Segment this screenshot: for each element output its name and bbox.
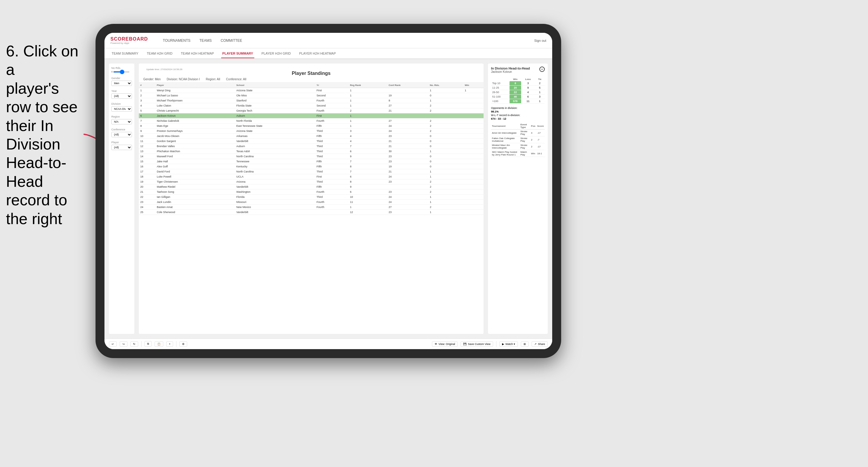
table-row[interactable]: 21 Taehoon Song Washington Fourth 6 23 2 [139, 189, 484, 194]
h2h-grid-row: 11-25 20 9 5 [491, 86, 545, 90]
col-rds: No. Rds. [428, 83, 463, 88]
table-row[interactable]: 6 Jackson Koivun Auburn First 1 [139, 114, 484, 119]
division-select[interactable]: NCAA Division I [111, 106, 132, 112]
table-row[interactable]: 20 Matthew Riedel Vanderbilt Fifth 9 2 [139, 184, 484, 189]
region-select[interactable]: N/A [111, 119, 132, 124]
region-filter: Region N/A [111, 115, 132, 124]
h2h-win-cell: 20 [509, 86, 521, 90]
table-row[interactable]: 1 Wenyi Ding Arizona State First 1 1 1 [139, 88, 484, 93]
cell-win: 1 [463, 88, 484, 93]
subnav-player-h2h-heatmap[interactable]: PLAYER H2H HEATMAP [298, 49, 337, 58]
tournament-row: Amer Ari Intercollegiate Stroke Play 4 -… [491, 129, 545, 136]
cell-conf: 21 [387, 144, 428, 149]
tourn-type: Stroke Play [520, 143, 530, 150]
tourn-pos: 2 [530, 143, 536, 150]
instruction-text: 6. Click on a player's row to see their … [0, 36, 90, 234]
table-row[interactable]: 7 Nicholas Gabrelcik North Florida Fourt… [139, 119, 484, 124]
year-filter: Year (All) [111, 90, 132, 99]
cell-school: North Carolina [235, 154, 315, 159]
redo2-button[interactable]: ↻ [130, 341, 138, 347]
table-row[interactable]: 9 Preston Summerhays Arizona State Third… [139, 129, 484, 134]
cell-player: Tiger Christensen [155, 179, 235, 184]
table-row[interactable]: 17 David Ford North Carolina Third 7 21 … [139, 169, 484, 174]
nav-tournaments[interactable]: TOURNAMENTS [163, 37, 190, 44]
conference-select[interactable]: (All) [111, 132, 132, 137]
settings-button[interactable]: ⚙ [179, 341, 187, 347]
add-button[interactable]: + [166, 341, 173, 347]
save-custom-button[interactable]: 💾 Save Custom View [461, 341, 493, 347]
tournament-row: Mirabel Maui Jim Intercollegiate Stroke … [491, 143, 545, 150]
cell-win [463, 194, 484, 199]
player-select[interactable]: (All) [111, 145, 132, 150]
view-original-button[interactable]: 👁 View: Original [432, 341, 458, 347]
table-row[interactable]: 12 Brendan Valles Auburn Third 7 21 0 [139, 144, 484, 149]
table-row[interactable]: 14 Maxwell Ford North Carolina Third 9 2… [139, 154, 484, 159]
subnav-team-summary[interactable]: TEAM SUMMARY [111, 49, 140, 58]
subnav-team-h2h-grid[interactable]: TEAM H2H GRID [146, 49, 174, 58]
table-row[interactable]: 5 Christo Lamprecht Georgia Tech Fourth … [139, 108, 484, 114]
sub-navigation: TEAM SUMMARY TEAM H2H GRID TEAM H2H HEAT… [104, 48, 552, 59]
table-row[interactable]: 15 Jake Hall Tennessee Fifth 7 23 0 [139, 159, 484, 164]
cell-rank: 22 [139, 194, 155, 199]
cell-yr: Fourth [315, 199, 349, 205]
h2h-loss-cell: 4 [521, 90, 535, 95]
nav-teams[interactable]: TEAMS [199, 37, 212, 44]
cell-rds [428, 114, 463, 119]
cell-player: Taehoon Song [155, 189, 235, 194]
copy-button[interactable]: ⧉ [145, 341, 152, 347]
table-row[interactable]: 2 Michael La Sasso Ole Miss Second 1 19 … [139, 93, 484, 98]
col-player: Player [155, 83, 235, 88]
subnav-player-h2h-grid[interactable]: PLAYER H2H GRID [260, 49, 292, 58]
cell-rank: 18 [139, 174, 155, 179]
subnav-team-h2h-heatmap[interactable]: TEAM H2H HEATMAP [180, 49, 215, 58]
rounds-slider[interactable]: 6 [111, 70, 132, 73]
h2h-close-button[interactable]: × [539, 66, 545, 72]
undo-button[interactable]: ↩ [109, 341, 117, 347]
tourn-name: SEC Match Play hosted by Jerry Pate Roun… [491, 150, 520, 157]
sign-out-link[interactable]: Sign out [534, 39, 546, 42]
cell-yr: Second [315, 93, 349, 98]
table-row[interactable]: 11 Gordon Sargent Vanderbilt Third 4 21 … [139, 139, 484, 144]
table-row[interactable]: 19 Tiger Christensen Arizona Third 8 23 … [139, 179, 484, 184]
table-row[interactable]: 23 Jack Lundin Missouri Fourth 11 24 1 [139, 199, 484, 205]
gender-select[interactable]: Men [111, 81, 132, 86]
table-row[interactable]: 22 Ian Gilligan Florida Third 10 24 1 [139, 194, 484, 199]
table-row[interactable]: 4 Luke Claton Florida State Second 1 27 … [139, 103, 484, 108]
year-select[interactable]: (All) [111, 93, 132, 99]
cell-reg: 9 [348, 154, 387, 159]
gender-label: Gender [111, 77, 132, 80]
cell-player: Maxwell Ford [155, 154, 235, 159]
rounds-range-input[interactable] [113, 71, 129, 72]
cell-school: Arizona State [235, 129, 315, 134]
cell-reg: 9 [348, 184, 387, 189]
watch-button[interactable]: ▶ Watch ▾ [499, 341, 518, 347]
cell-rds: 1 [428, 194, 463, 199]
cell-reg: 1 [348, 88, 387, 93]
table-row[interactable]: 18 Luke Powell UCLA First 6 24 1 [139, 174, 484, 179]
cell-yr: Fifth [315, 134, 349, 139]
table-row[interactable]: 10 Jacob Mou-Olesen Arkansas Fifth 4 23 … [139, 134, 484, 139]
cell-school: Arkansas [235, 134, 315, 139]
redo-button[interactable]: ↪ [120, 341, 127, 347]
cell-school: Missouri [235, 199, 315, 205]
cell-yr: Fifth [315, 159, 349, 164]
cell-yr: Fifth [315, 124, 349, 129]
cell-player: David Ford [155, 169, 235, 174]
table-row[interactable]: 24 Bastien Amat New Mexico Fourth 1 27 2 [139, 205, 484, 210]
cell-rank: 17 [139, 169, 155, 174]
grid-button[interactable]: ⊞ [521, 341, 529, 347]
col-win: Win [463, 83, 484, 88]
table-row[interactable]: 16 Alex Goff Kentucky Fifth 8 19 0 [139, 164, 484, 169]
table-row[interactable]: 13 Phichaksn Maichon Texas A&M Third 6 3… [139, 149, 484, 154]
subnav-player-summary[interactable]: PLAYER SUMMARY [221, 49, 254, 58]
nav-committee[interactable]: COMMITTEE [221, 37, 242, 44]
table-row[interactable]: 3 Michael Thorbjornsen Stanford Fourth 1… [139, 98, 484, 103]
paste-button[interactable]: 📋 [155, 341, 163, 347]
logo-area: SCOREBOARD Powered by clippi [111, 36, 148, 44]
table-row[interactable]: 8 Mats Ege East Tennessee State Fifth 1 … [139, 124, 484, 129]
share-button[interactable]: ↗ Share [532, 341, 548, 347]
no-rds-label: No Rds. [111, 66, 132, 69]
cell-school: Kentucky [235, 164, 315, 169]
table-row[interactable]: 25 Cole Sherwood Vanderbilt 12 23 1 [139, 210, 484, 215]
cell-conf: 23 [387, 154, 428, 159]
